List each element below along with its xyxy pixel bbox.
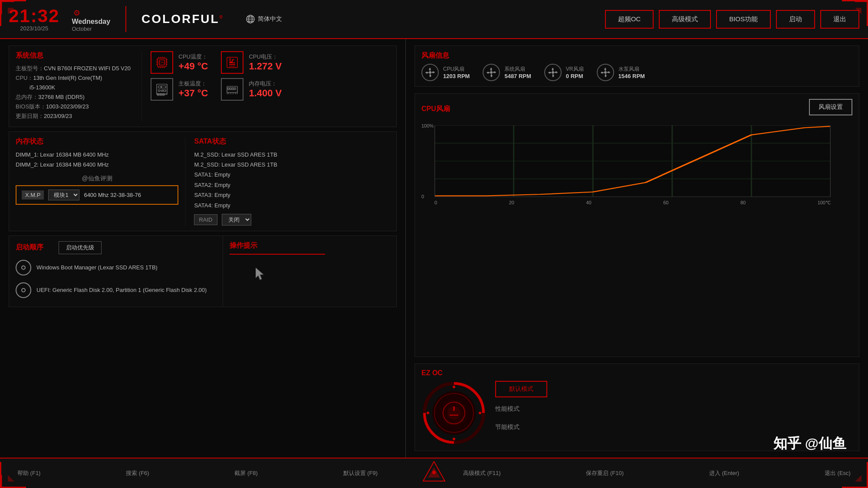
oc-knob-container — [421, 380, 487, 445]
chart-x-0: 0 — [434, 200, 437, 206]
svg-rect-54 — [234, 88, 236, 90]
raid-select[interactable]: 关闭 — [222, 214, 251, 226]
cpu-temp-value: +49 °C — [178, 61, 208, 72]
sysinfo-row-4: 更新日期：2023/09/23 — [16, 111, 135, 121]
day-name: Wednesday — [72, 18, 110, 26]
system-top-area: 系统信息 主板型号：CVN B760I FROZEN WIFI D5 V20 C… — [9, 46, 397, 127]
watermark-text: @仙鱼评测 — [16, 175, 178, 183]
memory-sata-section: 内存状态 DIMM_1: Lexar 16384 MB 6400 MHz DIM… — [9, 131, 397, 231]
boot-label-0: Windows Boot Manager (Lexar SSD ARES 1TB… — [36, 264, 158, 271]
mem-voltage-item: 内存电压： 1.400 V — [221, 78, 282, 101]
ops-hint-section: 操作提示 — [223, 236, 397, 307]
raid-label: RAID — [194, 214, 217, 225]
footer-item-3[interactable]: 默认设置 (F9) — [343, 469, 378, 477]
mb-temp-value: +37 °C — [178, 88, 208, 99]
temp-pair-1: CPU CPU温度： +49 °C — [151, 51, 390, 74]
boot-header: 启动顺序 启动优先级 — [16, 241, 216, 254]
overclocking-btn[interactable]: 超频OC — [605, 10, 654, 29]
corner-decoration-br — [842, 462, 868, 488]
cpu-temp-icon: CPU — [151, 51, 173, 74]
svg-point-65 — [604, 71, 607, 74]
chart-x-labels: 0 20 40 60 80 100℃ — [434, 200, 831, 206]
fan-item-1: 系统风扇 5487 RPM — [483, 64, 531, 81]
footer-item-4[interactable]: 高级模式 (F11) — [463, 469, 501, 477]
xmp-freq-label: 6400 Mhz 32-38-38-76 — [84, 192, 141, 198]
mb-temp-icon — [151, 78, 173, 101]
fan-rpm-3: 1546 RPM — [618, 73, 645, 79]
boot-priority-btn[interactable]: 启动优先级 — [59, 241, 102, 254]
svg-rect-52 — [230, 88, 231, 90]
footer-key-2: 截屏 (F8) — [234, 469, 257, 477]
footer-item-2[interactable]: 截屏 (F8) — [234, 469, 257, 477]
svg-point-85 — [453, 438, 455, 440]
fan-info-text-2: VR风扇 0 RPM — [566, 66, 584, 79]
ops-title: 操作提示 — [230, 242, 257, 249]
sata-item-4: SATA3: Empty — [194, 190, 390, 200]
header-divider — [125, 6, 126, 32]
corner-decoration-tr — [842, 0, 868, 26]
memory-section: 内存状态 DIMM_1: Lexar 16384 MB 6400 MHz DIM… — [16, 137, 185, 226]
mem-voltage-info: 内存电压： 1.400 V — [249, 80, 282, 99]
svg-line-55 — [227, 92, 227, 94]
xmp-module-select[interactable]: 模块1 — [48, 190, 79, 200]
globe-icon — [246, 14, 255, 24]
mb-temp-info: 主板温度： +37 °C — [178, 80, 208, 99]
boot-item-1: UEFI: Generic Flash Disk 2.00, Partition… — [16, 279, 216, 301]
mb-svg — [155, 83, 168, 96]
fan-setting-btn[interactable]: 风扇设置 — [809, 99, 852, 115]
svg-point-64 — [552, 71, 554, 74]
cpu-fan-header: CPU风扇 风扇设置 — [421, 99, 852, 119]
brand-name: COLORFUL — [141, 12, 220, 26]
boot-btn[interactable]: 启动 — [776, 10, 815, 29]
svg-rect-42 — [158, 90, 160, 92]
ez-oc-left: EZ OC — [421, 369, 487, 445]
fan-blade-svg-0 — [424, 67, 436, 78]
bios-function-btn[interactable]: BIOS功能 — [716, 10, 771, 29]
boot-ops-row: 启动顺序 启动优先级 Windows Boot Manager (Lexar S… — [9, 236, 397, 307]
boot-title: 启动顺序 — [16, 243, 43, 252]
advanced-mode-btn[interactable]: 高级模式 — [659, 10, 711, 29]
cpu-chip-svg: CPU — [155, 56, 168, 69]
footer-item-5[interactable]: 保存重启 (F10) — [586, 469, 624, 477]
cpu-temp-item: CPU CPU温度： +49 °C — [151, 51, 208, 74]
svg-rect-43 — [161, 86, 166, 88]
left-panel: 系统信息 主板型号：CVN B760I FROZEN WIFI D5 V20 C… — [0, 39, 406, 458]
sysinfo-row-1b: i5-13600K — [16, 83, 135, 92]
sata-item-5: SATA4: Empty — [194, 200, 390, 210]
svg-rect-53 — [232, 88, 233, 90]
ez-oc-right: 默认模式 性能模式 节能模式 — [495, 381, 547, 434]
dimm1-row: DIMM_1: Lexar 16384 MB 6400 MHz — [16, 150, 178, 160]
footer-key-1: 搜索 (F6) — [126, 469, 149, 477]
default-mode-btn[interactable]: 默认模式 — [495, 381, 547, 397]
cpu-voltage-info: CPU电压： 1.272 V — [249, 53, 282, 72]
corner-decoration-bl — [0, 462, 26, 488]
ram-svg — [226, 83, 239, 96]
footer-item-1[interactable]: 搜索 (F6) — [126, 469, 149, 477]
temp-pair-2: 主板温度： +37 °C — [151, 78, 390, 101]
fan-blade-svg-1 — [486, 67, 497, 78]
header-buttons: 超频OC 高级模式 BIOS功能 启动 退出 — [605, 10, 859, 29]
xmp-label: X.M.P — [22, 190, 44, 200]
sysinfo-row-3: BIOS版本：1003-2023/09/23 — [16, 102, 135, 111]
fan-info-text-3: 水泵风扇 1546 RPM — [618, 66, 645, 79]
footer-key-3: 默认设置 (F9) — [343, 469, 378, 477]
disk-inner-1 — [21, 288, 26, 292]
fan-rpm-1: 5487 RPM — [504, 73, 531, 79]
mem-voltage-icon — [221, 78, 243, 101]
fan-name-2: VR风扇 — [566, 66, 584, 73]
system-info: 系统信息 主板型号：CVN B760I FROZEN WIFI D5 V20 C… — [16, 51, 142, 121]
fan-blade-svg-3 — [600, 67, 611, 78]
fan-info-text-0: CPU风扇 1203 RPM — [443, 66, 470, 79]
disk-inner-0 — [21, 265, 26, 270]
gear-icon: ⚙ — [73, 8, 80, 18]
cpu-fan-title: CPU风扇 — [421, 105, 450, 114]
triangle-svg — [421, 459, 447, 485]
fan-icon-3 — [597, 64, 614, 81]
fan-name-1: 系统风扇 — [504, 66, 531, 73]
svg-marker-11 — [855, 475, 861, 481]
svg-text:CPU: CPU — [159, 61, 165, 64]
boot-section: 启动顺序 启动优先级 Windows Boot Manager (Lexar S… — [9, 236, 223, 307]
memory-title: 内存状态 — [16, 137, 178, 146]
footer-item-6[interactable]: 进入 (Enter) — [709, 469, 739, 477]
language-selector[interactable]: 简体中文 — [246, 14, 282, 24]
